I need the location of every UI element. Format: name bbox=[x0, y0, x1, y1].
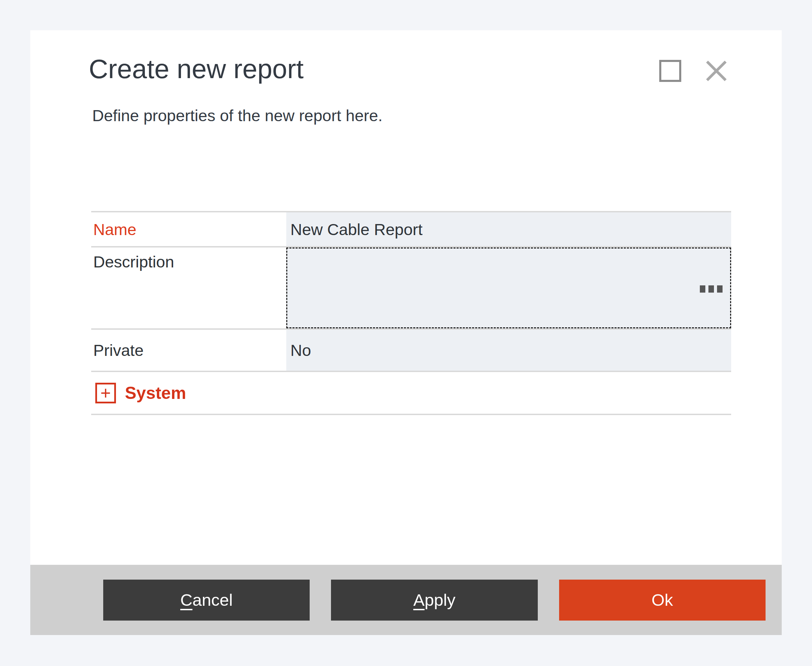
private-value-field[interactable]: No bbox=[286, 330, 731, 371]
create-new-report-dialog: Create new report Define properties of t… bbox=[30, 30, 782, 635]
close-button[interactable] bbox=[702, 56, 731, 85]
dialog-title: Create new report bbox=[89, 54, 303, 85]
property-row-name: Name New Cable Report bbox=[91, 211, 731, 246]
ellipsis-icon bbox=[708, 285, 714, 293]
property-row-description: Description bbox=[91, 246, 731, 328]
ok-button[interactable]: Ok bbox=[559, 580, 766, 621]
ellipsis-icon bbox=[700, 285, 705, 293]
dialog-subtitle: Define properties of the new report here… bbox=[92, 106, 383, 125]
name-label: Name bbox=[91, 213, 286, 246]
name-value-field[interactable]: New Cable Report bbox=[286, 213, 731, 246]
apply-access-key: A bbox=[413, 590, 425, 610]
dialog-footer: Cancel Apply Ok bbox=[30, 565, 782, 635]
property-grid: Name New Cable Report Description Privat… bbox=[91, 211, 731, 415]
apply-button[interactable]: Apply bbox=[331, 580, 537, 621]
description-ellipsis-button[interactable] bbox=[698, 283, 725, 295]
system-category-label[interactable]: System bbox=[125, 383, 186, 403]
maximize-button[interactable] bbox=[657, 57, 684, 85]
close-icon bbox=[705, 59, 728, 82]
maximize-icon bbox=[659, 60, 681, 82]
system-expander-button[interactable]: + bbox=[95, 383, 116, 403]
ok-label: Ok bbox=[652, 590, 673, 610]
property-row-private: Private No bbox=[91, 328, 731, 371]
window-controls bbox=[657, 56, 731, 85]
cancel-button[interactable]: Cancel bbox=[103, 580, 310, 621]
cancel-access-key: C bbox=[180, 590, 192, 610]
plus-icon: + bbox=[100, 384, 111, 402]
private-label: Private bbox=[91, 330, 286, 371]
cancel-label-rest: ancel bbox=[192, 590, 232, 610]
apply-label-rest: pply bbox=[425, 590, 456, 610]
ellipsis-icon bbox=[717, 285, 723, 293]
category-row-system: + System bbox=[91, 371, 731, 415]
description-value-field[interactable] bbox=[286, 247, 731, 328]
desktop-background: { "dialog": { "title": "Create new repor… bbox=[0, 0, 812, 666]
description-label: Description bbox=[91, 247, 286, 328]
